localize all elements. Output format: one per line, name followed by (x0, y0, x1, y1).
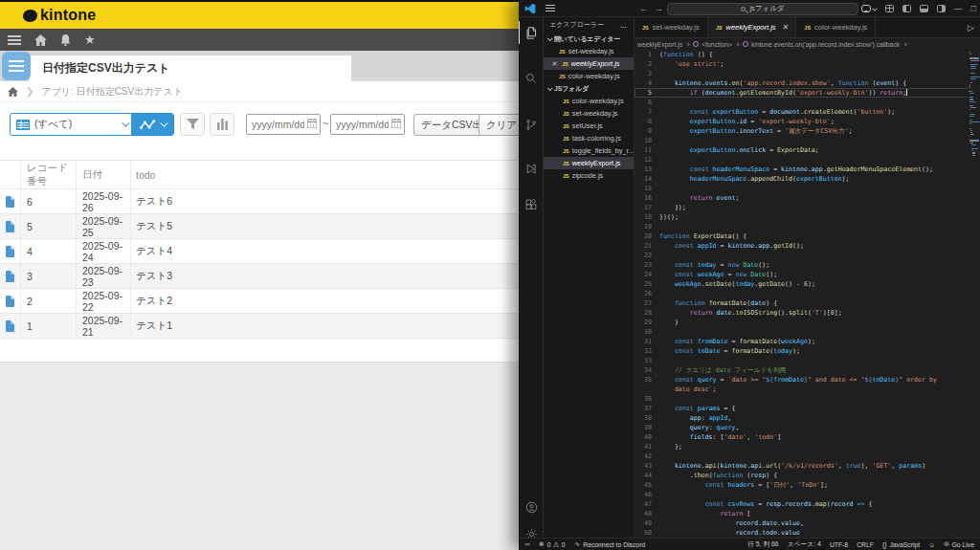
date-to-input[interactable] (330, 114, 405, 135)
search-text: jsフォルダ (749, 4, 784, 13)
record-table-header: レコード番号 日付 todo (0, 161, 519, 189)
file-item[interactable]: JS task-colorring.js (544, 132, 634, 144)
nav-back-icon[interactable]: ← (639, 4, 648, 13)
table-row[interactable]: 3 2025-09-23 テスト3 (0, 264, 519, 289)
table-row[interactable]: 1 2025-09-21 テスト1 (0, 314, 519, 339)
run-file-button[interactable]: ▷ (968, 23, 974, 33)
js-file-icon: JS (563, 173, 569, 179)
date-range-separator: ~ (323, 118, 328, 129)
table-row[interactable]: 5 2025-09-25 テスト5 (0, 214, 519, 239)
toggle-panel-icon[interactable] (920, 5, 928, 12)
js-file-icon: JS (716, 25, 723, 31)
home-icon[interactable] (34, 34, 47, 46)
toggle-primary-sidebar-icon[interactable] (902, 5, 911, 12)
file-item[interactable]: JS weeklyExport.js (544, 157, 634, 169)
record-detail-icon[interactable] (6, 320, 14, 332)
folder-section-header[interactable]: JSフォルダ (544, 82, 634, 95)
js-file-icon: JS (563, 148, 569, 154)
discord-status[interactable]: ∿ Reconnect to Discord (575, 540, 646, 548)
breadcrumb-label: kintone.events.on('app.record.index.show… (751, 41, 900, 48)
record-detail-icon[interactable] (6, 271, 14, 282)
code-editor[interactable]: 1(function () {2 'use strict';34 kintone… (635, 50, 980, 538)
table-row[interactable]: 2 2025-09-22 テスト2 (0, 289, 519, 314)
kintone-logo-text: kintone (40, 7, 96, 24)
copilot-chat-button[interactable] (861, 5, 877, 12)
remote-indicator-icon[interactable]: >< (524, 541, 529, 547)
tab-close-icon[interactable]: ✕ (782, 23, 789, 32)
breadcrumb-item[interactable]: weeklyExport.js (635, 41, 682, 48)
customize-layout-icon[interactable] (885, 5, 894, 12)
file-item[interactable]: JS set-weekday.js (544, 107, 634, 120)
open-editor-item[interactable]: ✕ JS set-weekday.js (544, 45, 634, 57)
portal-home-icon[interactable] (8, 87, 18, 97)
breadcrumb-separator-icon (903, 42, 907, 46)
minimap[interactable] (968, 50, 980, 538)
app-title-tab[interactable]: 日付指定CSV出力テスト (29, 55, 351, 81)
file-item[interactable]: JS color-weekday.js (544, 95, 634, 107)
vscode-menu-icon[interactable] (546, 5, 555, 11)
graph-button-chevron-icon (160, 119, 167, 126)
search-view-icon[interactable] (519, 67, 544, 90)
filter-button[interactable] (180, 113, 205, 136)
command-center-search[interactable]: jsフォルダ (667, 3, 858, 15)
section-chevron-icon (547, 85, 553, 91)
app-icon[interactable] (2, 52, 31, 80)
file-item[interactable]: JS setUser.js (544, 120, 634, 132)
extensions-icon[interactable] (519, 193, 544, 216)
breadcrumb-item[interactable]: kintone.events.on('app.record.index.show… (743, 41, 900, 48)
breadcrumb-item[interactable]: <function> (693, 41, 732, 48)
breadcrumb-chevron-icon: ❯ (26, 86, 33, 97)
record-detail-icon[interactable] (6, 246, 14, 257)
explorer-more-actions-icon[interactable]: … (620, 22, 628, 29)
favorites-star-icon[interactable]: ★ (84, 33, 96, 46)
table-row[interactable]: 4 2025-09-24 テスト4 (0, 239, 519, 264)
close-editor-icon[interactable]: ✕ (551, 60, 559, 68)
chart-button[interactable] (210, 113, 234, 136)
window-maximize-button[interactable]: □ (971, 4, 976, 13)
cursor-position[interactable]: 行 5, 列 66 (747, 539, 779, 549)
file-item[interactable]: JS zipcode.js (544, 169, 634, 182)
open-editor-item[interactable]: ✕ JS color-weekday.js (544, 70, 634, 82)
window-minimize-button[interactable]: — (954, 4, 963, 13)
record-detail-icon[interactable] (6, 196, 14, 208)
editor-tab[interactable]: JS color-weekday.js ✕ (796, 17, 876, 37)
breadcrumb-app-link[interactable]: アプリ: 日付指定CSV出力テスト (41, 85, 183, 99)
editor-tab[interactable]: JS weeklyExport.js ✕ (708, 17, 797, 37)
explorer-icon[interactable] (519, 21, 544, 44)
record-date-cell: 2025-09-25 (77, 214, 131, 238)
kintone-logo[interactable]: kintone (23, 7, 96, 24)
record-detail-icon[interactable] (6, 221, 14, 232)
go-live-button[interactable]: ⦾ Go Live (944, 540, 974, 548)
open-editors-section-header[interactable]: 開いているエディター (544, 33, 634, 45)
problems-indicator[interactable]: ⊗0 △0 (539, 540, 566, 548)
language-mode[interactable]: {} JavaScript (882, 541, 920, 548)
code-lines: 1(function () {2 'use strict';34 kintone… (635, 50, 980, 538)
accounts-icon[interactable] (519, 495, 544, 518)
run-debug-icon[interactable] (519, 157, 544, 180)
graph-button[interactable] (131, 114, 173, 135)
editor-tab[interactable]: JS set-weekday.js ✕ (635, 17, 708, 37)
eol-setting[interactable]: CRLF (857, 541, 874, 548)
view-selector[interactable]: (すべて) (10, 113, 174, 136)
date-from-input[interactable] (246, 114, 321, 135)
open-editor-item[interactable]: ✕ JS weeklyExport.js (544, 57, 634, 70)
feedback-smiley-icon[interactable]: ☺ (928, 541, 935, 548)
explorer-title: エクスプローラー (549, 20, 604, 30)
source-control-icon[interactable] (519, 113, 544, 136)
folder-label: JSフォルダ (554, 84, 589, 94)
clear-button[interactable]: クリア (479, 114, 524, 136)
file-name: color-weekday.js (572, 97, 624, 105)
file-item[interactable]: JS toggle_fields_by_r... (544, 144, 634, 157)
table-row[interactable]: 6 2025-09-26 テスト6 (0, 189, 519, 214)
tab-label: color-weekday.js (814, 23, 867, 32)
record-detail-icon[interactable] (6, 296, 14, 307)
indent-setting[interactable]: スペース: 4 (788, 539, 821, 549)
notifications-bell-icon[interactable] (60, 34, 71, 46)
menu-icon[interactable] (8, 35, 21, 45)
toggle-secondary-sidebar-icon[interactable] (937, 5, 946, 12)
errors-icon: ⊗ (539, 540, 545, 548)
nav-forward-icon[interactable]: → (655, 4, 663, 13)
open-editors-list: ✕ JS set-weekday.js ✕ JS weeklyExport.js… (544, 45, 634, 82)
header-record-number: レコード番号 (21, 161, 77, 188)
encoding-setting[interactable]: UTF-8 (830, 541, 848, 548)
